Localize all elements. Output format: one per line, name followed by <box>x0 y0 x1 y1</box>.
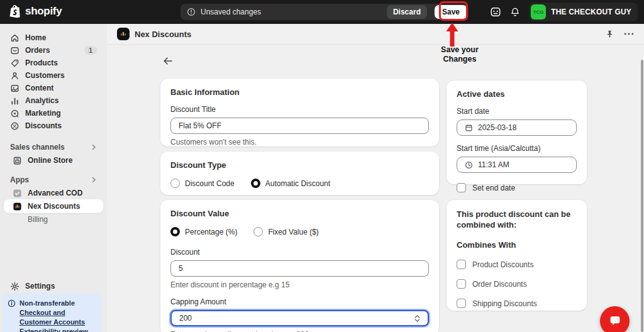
sidebar-item-advanced-cod[interactable]: Advanced COD <box>4 187 103 199</box>
account-name: THE CHECKOUT GUY <box>551 8 631 16</box>
card-title: Active dates <box>457 89 577 99</box>
unsaved-changes-text: Unsaved changes <box>201 8 261 16</box>
radio-unselected-icon <box>170 179 180 188</box>
chat-bubble-icon <box>608 314 622 328</box>
sidebar-item-discounts[interactable]: Discounts <box>4 119 103 132</box>
annotation-arrow <box>444 23 460 47</box>
avatar: TCG <box>531 4 546 19</box>
shopify-wordmark: shopify <box>25 5 62 18</box>
checkbox-unchecked-icon <box>457 299 466 308</box>
stepper-down-icon <box>414 319 420 322</box>
sidebar-item-home[interactable]: Home <box>4 31 103 44</box>
number-stepper[interactable] <box>414 315 420 322</box>
sidebar-item-orders[interactable]: Orders 1 <box>4 44 103 57</box>
sidebar-item-billing[interactable]: Billing <box>4 213 103 226</box>
analytics-icon <box>10 96 19 106</box>
basic-information-card: Basic Information Discount Title Flat 5%… <box>160 79 439 147</box>
nex-discounts-app-icon <box>13 202 22 211</box>
orders-count-badge: 1 <box>84 46 97 55</box>
radio-percentage[interactable]: Percentage (%) <box>170 227 237 236</box>
annotation-label: Save your Changes <box>433 45 487 64</box>
discount-input[interactable]: 5 <box>170 260 429 277</box>
checkbox-unchecked-icon <box>457 279 466 289</box>
checkbox-unchecked-icon <box>457 183 466 192</box>
account-menu[interactable]: TCG THE CHECKOUT GUY <box>529 3 638 21</box>
discount-value-card: Discount Value Percentage (%) Fixed Valu… <box>160 200 439 332</box>
capping-amount-input[interactable]: 200 <box>170 310 429 326</box>
discount-title-input[interactable]: Flat 5% OFF <box>170 118 429 134</box>
shopify-bag-icon <box>9 4 21 18</box>
alert-icon <box>187 8 196 16</box>
start-time-label: Start time (Asia/Calcutta) <box>457 144 577 153</box>
sidebar-item-products[interactable]: Products <box>4 57 103 69</box>
shopify-logo[interactable]: shopify <box>9 4 62 18</box>
card-title: Basic Information <box>170 87 429 97</box>
top-bar: shopify Unsaved changes Discard Save <box>0 0 644 24</box>
radio-unselected-icon <box>253 227 263 236</box>
notice-text: Non-transferable Checkout and Customer A… <box>19 299 97 332</box>
stepper-up-icon <box>414 315 420 318</box>
radio-automatic-discount[interactable]: Automatic Discount <box>251 179 330 188</box>
calendar-icon <box>465 124 473 132</box>
sidebar-item-content[interactable]: Content <box>4 82 103 94</box>
combines-with-card: This product discount can be combined wi… <box>447 200 587 311</box>
active-dates-card: Active dates Start date 2025-03-18 Start… <box>447 80 587 184</box>
unsaved-changes-banner: Unsaved changes Discard Save <box>180 4 469 20</box>
page-title: Nex Discounts <box>135 30 191 39</box>
set-end-date-checkbox[interactable]: Set end date <box>457 183 577 192</box>
notifications-bell-icon[interactable] <box>510 7 520 18</box>
shipping-discounts-checkbox[interactable]: Shipping Discounts <box>457 299 577 308</box>
radio-discount-code[interactable]: Discount Code <box>170 179 235 188</box>
order-discounts-checkbox[interactable]: Order Discounts <box>457 279 577 289</box>
nex-discounts-app-icon <box>117 28 130 40</box>
discount-title-helper: Customers won't see this. <box>170 138 429 147</box>
marketing-icon <box>10 109 19 118</box>
orders-icon <box>10 46 19 55</box>
section-sales-channels[interactable]: Sales channels <box>4 141 103 153</box>
start-date-label: Start date <box>457 107 577 116</box>
product-discounts-checkbox[interactable]: Product Discounts <box>457 260 577 269</box>
chevron-right-icon <box>91 144 97 150</box>
card-title: Discount Type <box>170 160 429 170</box>
app-header: Nex Discounts <box>107 24 644 45</box>
products-tag-icon <box>10 58 19 68</box>
capping-amount-label: Capping Amount <box>170 297 429 306</box>
radio-selected-icon <box>251 179 260 188</box>
radio-fixed-value[interactable]: Fixed Value ($) <box>253 227 318 236</box>
discount-type-card: Discount Type Discount Code Automatic Di… <box>160 152 439 195</box>
sidebar-item-online-store[interactable]: Online Store <box>4 154 103 167</box>
shopify-admin-window: shopify Unsaved changes Discard Save <box>0 0 644 332</box>
sidebar-item-marketing[interactable]: Marketing <box>4 107 103 119</box>
content-icon <box>10 84 19 93</box>
home-icon <box>10 33 19 43</box>
pin-icon[interactable] <box>606 30 614 38</box>
discard-button[interactable]: Discard <box>387 5 427 19</box>
sidebar-item-analytics[interactable]: Analytics <box>4 94 103 107</box>
discount-title-label: Discount Title <box>170 105 429 114</box>
inbox-icon[interactable] <box>490 6 501 18</box>
settings-gear-icon <box>10 282 19 291</box>
checkbox-unchecked-icon <box>457 260 466 269</box>
sidebar-item-customers[interactable]: Customers <box>4 69 103 82</box>
sidebar-item-nex-discounts[interactable]: Nex Discounts <box>4 199 103 213</box>
chat-widget-button[interactable] <box>600 306 630 332</box>
annotation-highlight-box <box>439 1 468 21</box>
section-apps[interactable]: Apps <box>4 174 103 185</box>
start-date-input[interactable]: 2025-03-18 <box>457 119 577 136</box>
combines-with-subtitle: Combines With <box>457 240 577 250</box>
back-button[interactable] <box>162 55 175 68</box>
info-icon <box>8 299 16 332</box>
sidebar-item-settings[interactable]: Settings <box>4 280 103 292</box>
arrow-left-icon <box>162 55 174 67</box>
advanced-cod-app-icon <box>13 189 22 198</box>
vertical-scrollbar[interactable] <box>641 60 643 332</box>
discount-label: Discount <box>170 248 429 257</box>
discounts-icon <box>10 121 19 131</box>
start-time-input[interactable]: 11:31 AM <box>457 157 577 173</box>
storefront-icon <box>13 156 22 165</box>
app-content: Basic Information Discount Title Flat 5%… <box>107 45 644 332</box>
topbar-right-cluster: TCG THE CHECKOUT GUY <box>490 0 638 24</box>
sidebar: Home Orders 1 Products Customers Content <box>0 24 107 332</box>
card-title: Discount Value <box>170 209 429 218</box>
more-options-icon[interactable] <box>624 32 634 36</box>
